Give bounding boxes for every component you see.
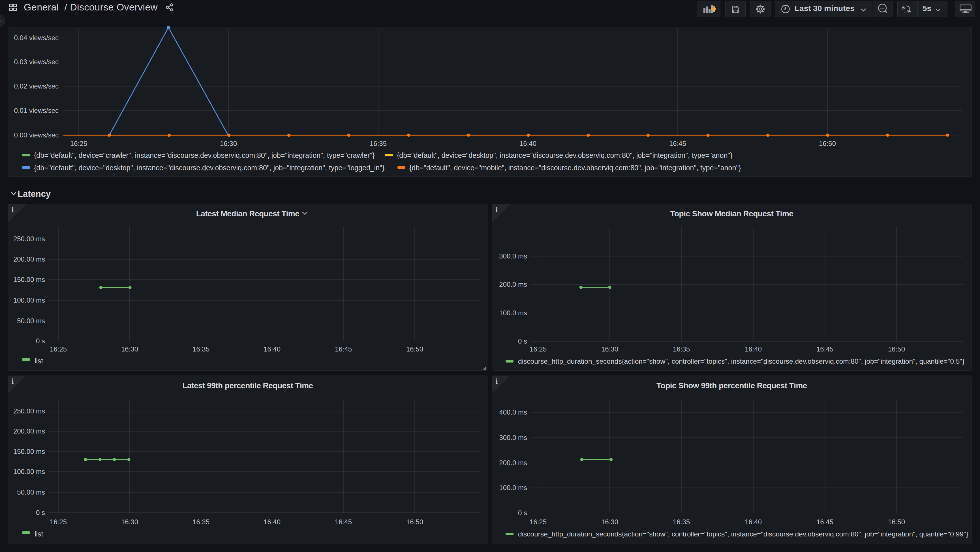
svg-text:0.02 views/sec: 0.02 views/sec bbox=[14, 82, 59, 90]
svg-text:16:45: 16:45 bbox=[816, 345, 834, 353]
svg-text:0.01 views/sec: 0.01 views/sec bbox=[14, 106, 59, 114]
svg-text:16:50: 16:50 bbox=[819, 140, 836, 148]
svg-text:16:45: 16:45 bbox=[335, 518, 352, 526]
svg-text:16:40: 16:40 bbox=[745, 518, 762, 526]
svg-text:discourse_http_duration_second: discourse_http_duration_seconds{action="… bbox=[518, 530, 968, 538]
svg-text:list: list bbox=[35, 357, 43, 365]
svg-text:16:30: 16:30 bbox=[220, 140, 237, 148]
svg-text:Topic Show 99th percentile Req: Topic Show 99th percentile Request Time bbox=[657, 381, 807, 390]
svg-text:16:40: 16:40 bbox=[745, 345, 762, 353]
svg-text:16:50: 16:50 bbox=[406, 345, 423, 353]
svg-text:16:25: 16:25 bbox=[50, 518, 67, 526]
svg-text:{db="default", device="crawler: {db="default", device="crawler", instanc… bbox=[34, 151, 375, 159]
svg-text:50.00 ms: 50.00 ms bbox=[17, 317, 45, 325]
svg-text:16:30: 16:30 bbox=[601, 518, 618, 526]
svg-text:250.00 ms: 250.00 ms bbox=[13, 407, 45, 415]
svg-text:{db="default", device="desktop: {db="default", device="desktop", instanc… bbox=[34, 164, 384, 172]
svg-text:16:35: 16:35 bbox=[673, 518, 690, 526]
svg-text:16:25: 16:25 bbox=[70, 140, 87, 148]
svg-text:150.00 ms: 150.00 ms bbox=[13, 276, 45, 283]
svg-text:0 s: 0 s bbox=[518, 509, 527, 517]
svg-text:200.0 ms: 200.0 ms bbox=[499, 459, 527, 466]
svg-text:discourse_http_duration_second: discourse_http_duration_seconds{action="… bbox=[518, 357, 964, 365]
svg-text:16:30: 16:30 bbox=[121, 345, 138, 353]
svg-text:16:50: 16:50 bbox=[888, 518, 905, 526]
svg-text:100.0 ms: 100.0 ms bbox=[499, 484, 527, 492]
svg-text:400.0 ms: 400.0 ms bbox=[499, 408, 527, 416]
svg-text:{db="default", device="desktop: {db="default", device="desktop", instanc… bbox=[397, 151, 733, 159]
svg-text:0 s: 0 s bbox=[36, 509, 45, 516]
svg-text:16:45: 16:45 bbox=[335, 345, 352, 353]
svg-text:0 s: 0 s bbox=[36, 337, 45, 345]
svg-text:100.00 ms: 100.00 ms bbox=[13, 468, 45, 475]
svg-text:16:40: 16:40 bbox=[264, 518, 280, 526]
svg-text:16:25: 16:25 bbox=[530, 345, 547, 353]
svg-text:16:40: 16:40 bbox=[519, 140, 536, 148]
svg-text:0.04 views/sec: 0.04 views/sec bbox=[14, 34, 59, 41]
svg-text:200.0 ms: 200.0 ms bbox=[499, 281, 527, 288]
svg-text:250.00 ms: 250.00 ms bbox=[13, 235, 45, 243]
svg-text:16:25: 16:25 bbox=[50, 345, 67, 353]
svg-text:Latest 99th percentile Request: Latest 99th percentile Request Time bbox=[182, 381, 313, 390]
svg-text:0 s: 0 s bbox=[518, 337, 527, 345]
svg-text:list: list bbox=[35, 530, 43, 538]
svg-text:0.00 views/sec: 0.00 views/sec bbox=[14, 131, 59, 139]
svg-text:16:50: 16:50 bbox=[888, 345, 905, 353]
svg-text:16:25: 16:25 bbox=[530, 518, 547, 526]
svg-text:100.00 ms: 100.00 ms bbox=[13, 297, 45, 304]
svg-text:16:50: 16:50 bbox=[406, 518, 423, 526]
svg-text:16:30: 16:30 bbox=[121, 518, 138, 526]
svg-text:16:30: 16:30 bbox=[601, 345, 618, 353]
svg-text:0.03 views/sec: 0.03 views/sec bbox=[14, 58, 59, 66]
svg-text:Topic Show Median Request Time: Topic Show Median Request Time bbox=[670, 209, 793, 218]
svg-text:50.00 ms: 50.00 ms bbox=[17, 489, 45, 496]
svg-text:16:35: 16:35 bbox=[673, 345, 690, 353]
svg-text:300.0 ms: 300.0 ms bbox=[499, 434, 527, 441]
svg-text:200.00 ms: 200.00 ms bbox=[13, 427, 45, 435]
svg-text:16:40: 16:40 bbox=[264, 345, 280, 353]
svg-text:200.00 ms: 200.00 ms bbox=[13, 255, 45, 263]
svg-text:16:45: 16:45 bbox=[669, 140, 686, 148]
svg-text:{db="default", device="mobile": {db="default", device="mobile", instance… bbox=[409, 164, 741, 172]
svg-text:16:35: 16:35 bbox=[192, 518, 210, 526]
svg-text:16:35: 16:35 bbox=[370, 140, 387, 148]
svg-text:100.0 ms: 100.0 ms bbox=[499, 309, 527, 317]
svg-text:150.00 ms: 150.00 ms bbox=[13, 448, 45, 455]
svg-text:16:35: 16:35 bbox=[192, 345, 210, 353]
svg-text:Latest Median Request Time: Latest Median Request Time bbox=[196, 209, 299, 218]
svg-text:16:45: 16:45 bbox=[816, 518, 834, 526]
svg-text:300.0 ms: 300.0 ms bbox=[499, 252, 527, 260]
